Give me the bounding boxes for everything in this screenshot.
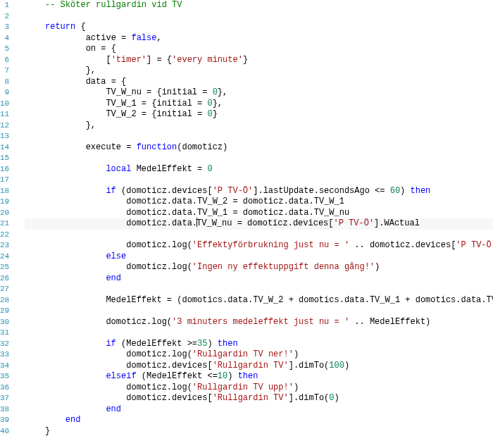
token-ident: domoticz.log( xyxy=(106,317,172,327)
code-line[interactable]: end xyxy=(25,404,493,416)
line-number: 15 xyxy=(0,153,9,164)
code-line[interactable]: } xyxy=(25,426,493,437)
code-line[interactable]: }, xyxy=(25,120,493,132)
token-ident: domoticz.log( xyxy=(126,349,192,359)
line-number: 23 xyxy=(0,240,9,251)
token-keyword: if xyxy=(106,339,116,349)
code-line[interactable]: domoticz.log('Effektyförbrukning just nu… xyxy=(25,240,493,251)
token-ident: } xyxy=(45,426,50,436)
token-string: '3 minuters medeleffekt just nu = ' xyxy=(172,317,349,327)
token-number: 0 xyxy=(213,87,218,97)
code-line[interactable]: domoticz.log('Ingen ny effektuppgift den… xyxy=(25,262,493,273)
token-keyword: return xyxy=(45,22,75,32)
line-number: 13 xyxy=(0,131,9,142)
token-number: 60 xyxy=(390,186,400,196)
code-line[interactable]: on = { xyxy=(25,44,493,55)
token-string: 'P TV-Ö' xyxy=(334,218,375,228)
code-line[interactable]: if (MedelEffekt >=35) then xyxy=(25,339,493,350)
code-line[interactable] xyxy=(25,11,493,23)
code-line[interactable] xyxy=(25,153,493,164)
token-ident: ) xyxy=(294,349,299,359)
token-ident: (domoticz.devices[ xyxy=(116,186,213,196)
token-string: 'Rullgardin TV' xyxy=(213,361,289,371)
code-line[interactable]: data = { xyxy=(25,77,493,88)
line-number: 16 xyxy=(0,164,9,175)
token-ident: MedelEffekt = xyxy=(131,164,207,174)
token-keyword: then xyxy=(238,371,258,381)
line-number: 27 xyxy=(0,284,9,295)
code-line[interactable]: domoticz.log('3 minuters medeleffekt jus… xyxy=(25,317,493,328)
token-ident: ].lastUpdate.secondsAgo <= xyxy=(253,186,389,196)
line-number: 31 xyxy=(0,328,9,339)
code-line[interactable]: return { xyxy=(25,22,493,33)
line-number: 30 xyxy=(0,317,9,328)
token-ident: ) xyxy=(294,382,299,392)
code-editor[interactable]: 1234567891011121314151617181920212223242… xyxy=(0,0,493,448)
line-number: 14 xyxy=(0,142,9,154)
line-number: 35 xyxy=(0,371,9,382)
code-line[interactable] xyxy=(25,284,493,295)
token-ident: ) xyxy=(227,371,237,381)
code-line[interactable]: -- Sköter rullgardin vid TV xyxy=(25,0,493,11)
code-line[interactable]: domoticz.data.TV_W_2 = domoticz.data.TV_… xyxy=(25,197,493,208)
code-line[interactable]: end xyxy=(25,273,493,285)
line-number: 39 xyxy=(0,415,9,426)
token-keyword: false xyxy=(131,33,156,43)
line-number: 11 xyxy=(0,109,9,120)
code-line[interactable]: TV_W_1 = {initial = 0}, xyxy=(25,99,493,110)
token-number: 10 xyxy=(218,371,227,381)
code-line[interactable] xyxy=(25,230,493,241)
code-line[interactable]: end xyxy=(25,415,493,426)
token-ident: } xyxy=(243,55,248,65)
token-string: 'Rullgardin TV' xyxy=(213,393,289,403)
line-number: 33 xyxy=(0,349,9,361)
code-line[interactable] xyxy=(25,306,493,317)
code-line[interactable]: domoticz.data.TV_W_1 = domoticz.data.TV_… xyxy=(25,208,493,219)
code-line[interactable]: TV_W_nu = {initial = 0}, xyxy=(25,87,493,99)
token-ident: ].WActual xyxy=(374,218,420,228)
line-number: 20 xyxy=(0,208,9,219)
code-line[interactable] xyxy=(25,328,493,339)
token-func: function xyxy=(137,142,177,152)
line-number: 8 xyxy=(0,77,9,88)
code-line[interactable]: elseif (MedelEffekt <=10) then xyxy=(25,371,493,382)
code-line[interactable]: }, xyxy=(25,66,493,77)
code-line[interactable]: TV_W_2 = {initial = 0} xyxy=(25,109,493,120)
code-line[interactable]: domoticz.devices['Rullgardin TV'].dimTo(… xyxy=(25,393,493,404)
line-number: 28 xyxy=(0,295,9,306)
token-ident: ) xyxy=(344,361,349,371)
line-number: 37 xyxy=(0,393,9,404)
token-number: 0 xyxy=(207,109,212,119)
token-ident: active = xyxy=(86,33,132,43)
token-ident: }, xyxy=(218,87,227,97)
code-line[interactable] xyxy=(25,175,493,186)
token-ident: domoticz.devices[ xyxy=(126,361,212,371)
token-ident: }, xyxy=(86,66,96,75)
token-ident: domoticz.data.TV_W_2 = domoticz.data.TV_… xyxy=(126,197,344,206)
code-line[interactable]: local MedelEffekt = 0 xyxy=(25,164,493,175)
code-line[interactable]: domoticz.devices['Rullgardin TV'].dimTo(… xyxy=(25,361,493,372)
code-line[interactable]: domoticz.data.TV_W_nu = domoticz.devices… xyxy=(25,218,493,230)
code-line[interactable]: else xyxy=(25,251,493,263)
code-line[interactable]: execute = function(domoticz) xyxy=(25,142,493,154)
token-keyword: local xyxy=(106,164,131,174)
code-line[interactable]: domoticz.log('Rullgardin TV ner!') xyxy=(25,349,493,361)
code-line[interactable]: active = false, xyxy=(25,33,493,44)
token-ident: .. domoticz.devices[ xyxy=(349,240,456,250)
code-line[interactable]: domoticz.log('Rullgardin TV upp!') xyxy=(25,382,493,394)
line-number: 19 xyxy=(0,197,9,208)
token-keyword: end xyxy=(106,273,121,283)
token-ident: on = { xyxy=(86,44,116,54)
token-string: 'Ingen ny effektuppgift denna gång!' xyxy=(192,262,375,272)
token-ident: domoticz.data.TV_W_1 = domoticz.data.TV_… xyxy=(126,208,349,218)
token-ident: (MedelEffekt >= xyxy=(116,339,197,349)
code-line[interactable]: if (domoticz.devices['P TV-Ö'].lastUpdat… xyxy=(25,186,493,197)
token-string: 'Rullgardin TV ner!' xyxy=(192,349,294,359)
code-line[interactable]: ['timer'] = {'every minute'} xyxy=(25,55,493,66)
code-line[interactable]: MedelEffekt = (domotics.data.TV_W_2 + do… xyxy=(25,295,493,306)
token-number: 0 xyxy=(207,164,212,174)
token-ident: ].dimTo( xyxy=(289,393,330,403)
token-string: 'P TV-Ö' xyxy=(456,240,493,250)
code-area[interactable]: -- Sköter rullgardin vid TV return { act… xyxy=(16,0,493,448)
code-line[interactable] xyxy=(25,131,493,142)
